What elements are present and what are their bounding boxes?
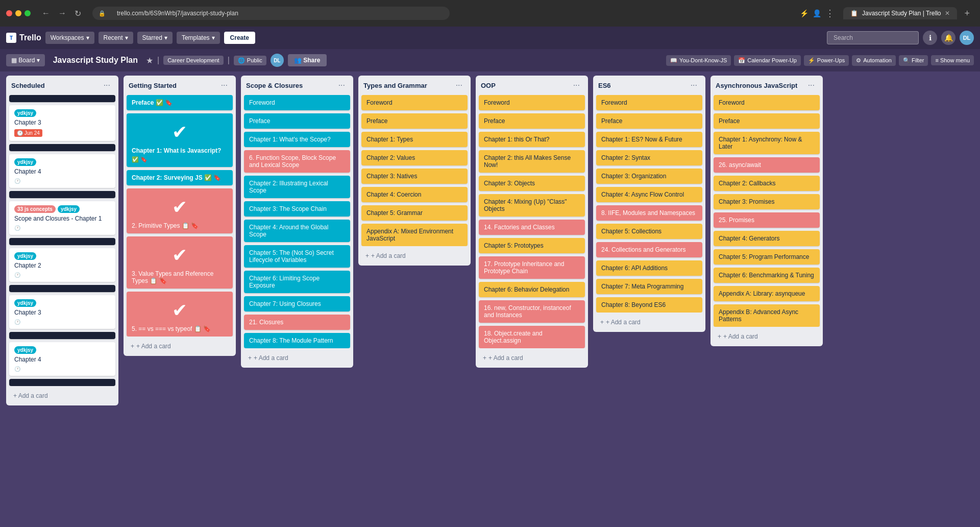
maximize-window-button[interactable] xyxy=(24,10,31,16)
list-menu-button-scheduled[interactable]: ··· xyxy=(101,80,113,91)
list-item[interactable]: Appendix B: Advanced Async Patterns xyxy=(714,304,820,327)
list-item[interactable] xyxy=(9,332,115,339)
list-item[interactable]: 25. Promises xyxy=(714,212,820,228)
list-item[interactable]: Chapter 8: The Module Pattern xyxy=(244,333,350,348)
list-item[interactable]: 33 js concepts ydkjsy Scope and Closures… xyxy=(9,201,115,235)
power-up-calendar[interactable]: 📅 Calendar Power-Up xyxy=(734,55,801,66)
list-item[interactable]: Appendix A: Library: asynqueue xyxy=(714,286,820,301)
power-up-ydkjs[interactable]: 📖 You-Dont-Know-JS xyxy=(666,55,731,66)
add-card-button-es6[interactable]: + + Add a card xyxy=(596,316,702,329)
list-item[interactable]: Chapter 6: Limiting Scope Exposure xyxy=(244,271,350,293)
automation-button[interactable]: ⚙ Automation xyxy=(852,55,896,66)
recent-menu[interactable]: Recent ▾ xyxy=(99,32,133,44)
list-item[interactable]: Chapter 5: Grammar xyxy=(361,205,468,221)
forward-button[interactable]: → xyxy=(55,7,69,20)
list-item[interactable]: Chapter 3: The Scope Chain xyxy=(244,201,350,217)
list-menu-button-es6[interactable]: ··· xyxy=(688,80,700,91)
templates-menu[interactable]: Templates ▾ xyxy=(177,32,220,44)
list-item[interactable]: Preface xyxy=(596,113,702,129)
list-item[interactable]: Chapter 2: Callbacks xyxy=(714,176,820,191)
list-item[interactable]: Chapter 1: Asynchrony: Now & Later xyxy=(714,132,820,154)
list-item[interactable]: Chapter 3: Promises xyxy=(714,194,820,209)
list-item[interactable]: Chapter 1: this Or That? xyxy=(479,132,585,147)
list-item[interactable]: ✔ 5. == vs === vs typeof 📋 🔖 xyxy=(127,292,233,337)
notification-button[interactable]: 🔔 xyxy=(941,31,955,45)
visibility-button[interactable]: 🌐 Public xyxy=(234,56,266,65)
list-item[interactable]: Preface xyxy=(244,113,350,129)
list-item[interactable]: Chapter 1: ES? Now & Future xyxy=(596,132,702,147)
list-item[interactable]: 16. new, Constructor, instanceof and Ins… xyxy=(479,300,585,323)
search-input[interactable] xyxy=(827,31,919,44)
list-item[interactable]: Preface xyxy=(361,113,468,129)
list-item[interactable]: 8. IIFE, Modules and Namespaces xyxy=(596,205,702,221)
power-ups-button[interactable]: ⚡ Power-Ups xyxy=(804,55,849,66)
list-item[interactable]: 6. Function Scope, Block Scope and Lexic… xyxy=(244,150,350,173)
list-item[interactable]: Foreword xyxy=(714,95,820,110)
add-card-button-async-js[interactable]: + + Add a card xyxy=(714,330,820,343)
list-item[interactable]: Chapter 1: Types xyxy=(361,132,468,147)
minimize-window-button[interactable] xyxy=(15,10,21,16)
more-icon[interactable]: ⋮ xyxy=(825,8,835,19)
list-item[interactable] xyxy=(9,285,115,292)
list-item[interactable]: Foreword xyxy=(479,95,585,110)
extensions-icon[interactable]: ⚡ xyxy=(800,9,808,17)
list-item[interactable]: 18. Object.create and Object.assign xyxy=(479,326,585,348)
list-item[interactable]: ydkjsy Chapter 2 🕐 Jul 13 xyxy=(9,248,115,282)
list-item[interactable]: Chapter 4: Generators xyxy=(714,231,820,246)
list-item[interactable]: Chapter 6: Benchmarking & Tuning xyxy=(714,268,820,283)
list-item[interactable]: Chapter 2: Surveying JS ✅ 🔖 xyxy=(127,170,233,185)
list-item[interactable]: Chapter 6: API Additions xyxy=(596,260,702,276)
workspaces-menu[interactable]: Workspaces ▾ xyxy=(45,32,94,44)
add-card-button-types-grammar[interactable]: + + Add a card xyxy=(361,249,468,262)
add-card-button-getting-started[interactable]: + + Add a card xyxy=(127,340,233,353)
starred-menu[interactable]: Starred ▾ xyxy=(137,32,173,44)
add-card-button-scope-closures[interactable]: + + Add a card xyxy=(244,351,350,365)
list-item[interactable]: 26. async/await xyxy=(714,157,820,173)
list-item[interactable]: Appendix A: Mixed Environment JavaScript xyxy=(361,224,468,246)
list-item[interactable] xyxy=(9,379,115,386)
list-item[interactable]: 21. Closures xyxy=(244,315,350,330)
list-item[interactable]: ydkjsy Chapter 4 🕐 Jun 30 xyxy=(9,154,115,188)
new-tab-button[interactable]: + xyxy=(960,8,974,19)
list-item[interactable]: Preface xyxy=(714,113,820,129)
list-item[interactable]: 17. Prototype Inheritance and Prototype … xyxy=(479,256,585,279)
list-item[interactable]: Chapter 4: Around the Global Scope xyxy=(244,220,350,242)
add-card-button-scheduled[interactable]: + Add a card xyxy=(9,389,115,402)
close-window-button[interactable] xyxy=(6,10,12,16)
list-item[interactable]: Chapter 3: Objects xyxy=(479,176,585,191)
list-item[interactable] xyxy=(9,144,115,151)
list-item[interactable]: Foreword xyxy=(361,95,468,110)
list-item[interactable]: 24. Collections and Generators xyxy=(596,242,702,257)
list-item[interactable]: Chapter 2: Syntax xyxy=(596,150,702,165)
list-item[interactable]: Chapter 6: Behavior Delegation xyxy=(479,282,585,297)
list-menu-button-scope-closures[interactable]: ··· xyxy=(335,80,348,91)
list-item[interactable]: Chapter 1: What's the Scope? xyxy=(244,132,350,147)
list-item[interactable]: Chapter 4: Mixing (Up) "Class" Objects xyxy=(479,194,585,217)
list-item[interactable] xyxy=(9,238,115,245)
list-item[interactable]: Chapter 5: Program Performance xyxy=(714,249,820,265)
board-view-button[interactable]: ▦ Board ▾ xyxy=(6,54,45,66)
list-item[interactable]: Preface ✅ 🔖 xyxy=(127,95,233,110)
star-board-button[interactable]: ★ xyxy=(146,56,153,65)
list-item[interactable]: Chapter 7: Meta Programming xyxy=(596,279,702,294)
list-item[interactable]: Chapter 4: Coercion xyxy=(361,187,468,202)
list-menu-button-oop[interactable]: ··· xyxy=(570,80,583,91)
list-menu-button-types-grammar[interactable]: ··· xyxy=(453,80,465,91)
list-item[interactable]: Chapter 4: Async Flow Control xyxy=(596,187,702,202)
list-item[interactable]: Chapter 2: Values xyxy=(361,150,468,165)
create-button[interactable]: Create xyxy=(224,32,255,44)
list-item[interactable]: Preface xyxy=(479,113,585,129)
list-item[interactable]: ✔ 2. Primitive Types 📋 🔖 xyxy=(127,188,233,233)
list-item[interactable]: ydkjsy Chapter 4 🕐 Jul 26 xyxy=(9,342,115,376)
back-button[interactable]: ← xyxy=(39,7,53,20)
list-item[interactable]: ✔ Chapter 1: What is Javascript? ✅ 🔖 xyxy=(127,113,233,167)
list-menu-button-async-js[interactable]: ··· xyxy=(805,80,818,91)
list-item[interactable]: Foreword xyxy=(244,95,350,110)
list-item[interactable]: Chapter 8: Beyond ES6 xyxy=(596,297,702,313)
add-card-button-oop[interactable]: + + Add a card xyxy=(479,351,585,365)
list-item[interactable]: ydkjsy Chapter 3 🕐 Jun 24 xyxy=(9,105,115,141)
list-item[interactable]: Chapter 2: this All Makes Sense Now! xyxy=(479,150,585,173)
list-item[interactable]: 14. Factories and Classes xyxy=(479,220,585,235)
list-item[interactable]: Chapter 5: The (Not So) Secret Lifecycle… xyxy=(244,245,350,268)
list-menu-button-getting-started[interactable]: ··· xyxy=(218,80,231,91)
